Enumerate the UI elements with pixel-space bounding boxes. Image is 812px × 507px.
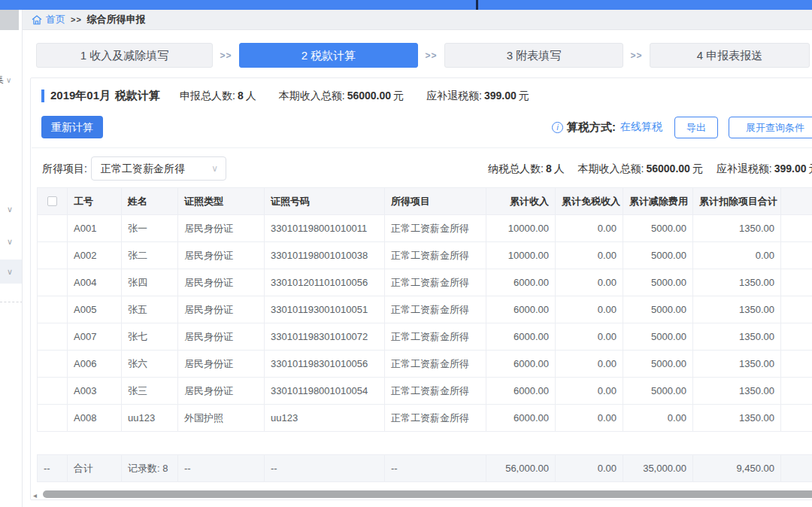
- step-wizard: 1 收入及减除填写 >> 2 税款计算 >> 3 附表填写 >> 4 申报表报送: [36, 43, 810, 68]
- cell: 1350.00: [693, 269, 781, 296]
- table-row[interactable]: A001张一居民身份证330101198001010011正常工资薪金所得100…: [38, 215, 812, 242]
- step-separator: >>: [213, 50, 239, 61]
- summary-cell: 35,000.00: [623, 455, 693, 482]
- cell: 5000.00: [623, 242, 693, 269]
- summary-cell: --: [178, 455, 265, 482]
- select-all-checkbox[interactable]: [47, 196, 57, 206]
- cell: [781, 242, 812, 269]
- sidebar-item-label: 集: [0, 74, 4, 85]
- chevron-down-icon[interactable]: ∨: [7, 205, 17, 214]
- scroll-left-arrow[interactable]: ◂: [33, 491, 37, 499]
- cell: 张七: [122, 323, 178, 351]
- breadcrumb-current: 综合所得申报: [87, 13, 146, 26]
- summary-cell: --: [385, 455, 486, 482]
- export-button[interactable]: 导出: [674, 117, 718, 138]
- cell: 5000.00: [623, 296, 693, 323]
- topbar-caret: [476, 0, 478, 10]
- checkbox-header-cell: [38, 188, 68, 215]
- cell: 正常工资薪金所得: [385, 378, 486, 405]
- chevron-down-icon[interactable]: ∨: [7, 267, 17, 277]
- table-row[interactable]: A008uu123外国护照uu123正常工资薪金所得6000.000.000.0…: [38, 405, 812, 432]
- table-row[interactable]: A002张二居民身份证330101198001010038正常工资薪金所得100…: [38, 242, 812, 269]
- income-item-select[interactable]: 正常工资薪金所得 ∨: [91, 156, 226, 181]
- breadcrumb-home-link[interactable]: 首页: [46, 13, 65, 26]
- breadcrumb-separator: >>: [71, 15, 82, 24]
- tax-mode-value-link[interactable]: 在线算税: [620, 120, 662, 134]
- summary-cell: --: [38, 455, 68, 482]
- sidebar-item-collapsed[interactable]: 集∨: [0, 73, 11, 87]
- row-select-cell: [38, 215, 68, 242]
- table-row[interactable]: A003张三居民身份证330101198001010054正常工资薪金所得600…: [38, 378, 812, 405]
- toolbar-divider: [32, 147, 812, 148]
- cell: 正常工资薪金所得: [385, 323, 486, 351]
- recalculate-button[interactable]: 重新计算: [41, 116, 103, 138]
- cell: A007: [68, 323, 122, 351]
- cell: 张二: [122, 242, 178, 269]
- content-card: 2019年01月税款计算 申报总人数:8人 本期收入总额:56000.00元 应…: [30, 77, 812, 500]
- cell: [781, 215, 812, 242]
- step-4-submit[interactable]: 4 申报表报送: [650, 43, 810, 68]
- filter-row: 所得项目: 正常工资薪金所得 ∨ 纳税总人数:8人 本期收入总额:56000.0…: [31, 156, 812, 181]
- tax-mode-label: 算税方式:: [567, 120, 616, 135]
- cell: 居民身份证: [178, 351, 265, 378]
- stat-label: 本期收入总额:: [279, 90, 345, 102]
- cell: 330101198001010054: [265, 378, 385, 405]
- cell: 居民身份证: [178, 242, 265, 269]
- horizontal-scrollbar[interactable]: [43, 490, 812, 498]
- row-select-cell: [38, 323, 68, 351]
- cell: 0.00: [556, 405, 623, 432]
- chevron-down-icon[interactable]: ∨: [7, 237, 17, 247]
- info-icon: i: [552, 122, 563, 133]
- cell: 张三: [122, 378, 178, 405]
- stat-unit: 人: [554, 162, 565, 175]
- chevron-down-icon: ∨: [211, 157, 218, 180]
- cell: 张四: [122, 269, 178, 296]
- column-header: 证照类型: [178, 188, 265, 215]
- column-header: 累计收入: [486, 188, 556, 215]
- select-value: 正常工资薪金所得: [101, 162, 185, 175]
- table-row[interactable]: A007张七居民身份证330101198301010072正常工资薪金所得600…: [38, 323, 812, 351]
- cell: 外国护照: [178, 405, 265, 432]
- table-header-row: 工号姓名证照类型证照号码所得项目累计收入累计免税收入累计减除费用累计扣除项目合计…: [38, 188, 812, 215]
- cell: 10000.00: [486, 215, 556, 242]
- summary-cell: [781, 455, 812, 482]
- stat-unit: 元: [808, 162, 812, 175]
- step-separator: >>: [623, 50, 650, 61]
- cell: 0.00: [693, 242, 781, 269]
- row-select-cell: [38, 405, 68, 432]
- cell: 6000.00: [486, 351, 556, 378]
- toolbar-right: i 算税方式: 在线算税 导出 展开查询条件: [552, 116, 812, 138]
- column-header: 工号: [68, 188, 122, 215]
- row-select-cell: [38, 351, 68, 378]
- cell: A005: [68, 296, 122, 323]
- cell: 1350.00: [693, 323, 781, 351]
- stat-unit: 元: [692, 162, 703, 175]
- stat-value: 56000.00: [646, 162, 689, 175]
- step-3-schedules[interactable]: 3 附表填写: [444, 43, 623, 68]
- cell: 330101193001010051: [265, 296, 385, 323]
- table-row[interactable]: A006张六居民身份证330101198301010056正常工资薪金所得600…: [38, 351, 812, 378]
- cell: 0.00: [556, 296, 623, 323]
- step-1-income[interactable]: 1 收入及减除填写: [36, 43, 213, 68]
- cell: 张五: [122, 296, 178, 323]
- title-accent-bar: [41, 90, 44, 102]
- stat-value: 8: [546, 162, 552, 175]
- expand-query-button[interactable]: 展开查询条件: [729, 117, 812, 138]
- cell: 6000.00: [486, 269, 556, 296]
- step-2-tax-calc[interactable]: 2 税款计算: [239, 43, 418, 68]
- column-header: 累计减除费用: [623, 188, 693, 215]
- stat-declared-count: 申报总人数:8人: [180, 90, 256, 103]
- stat-value: 399.00: [484, 90, 517, 102]
- cell: 1350.00: [693, 405, 781, 432]
- cell: A003: [68, 378, 122, 405]
- table-row[interactable]: A004张四居民身份证330101201101010056正常工资薪金所得600…: [38, 269, 812, 296]
- sidebar-header-block: [0, 10, 19, 30]
- table-body: A001张一居民身份证330101198001010011正常工资薪金所得100…: [38, 215, 812, 432]
- cell: 正常工资薪金所得: [385, 296, 486, 323]
- cell: 6000.00: [486, 296, 556, 323]
- cell: [781, 405, 812, 432]
- cell: 330101198001010011: [265, 215, 385, 242]
- cell: A008: [68, 405, 122, 432]
- cell: 330101198301010056: [265, 351, 385, 378]
- table-row[interactable]: A005张五居民身份证330101193001010051正常工资薪金所得600…: [38, 296, 812, 323]
